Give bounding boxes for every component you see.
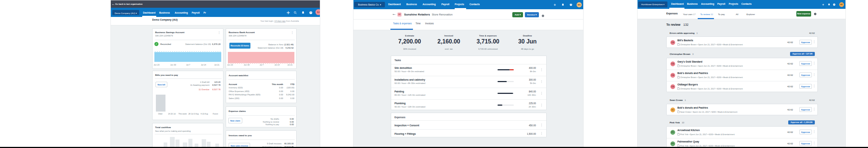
svg-text:?: ? [310,11,312,14]
svg-text:?: ? [834,3,835,5]
svg-text:?: ? [570,4,571,6]
